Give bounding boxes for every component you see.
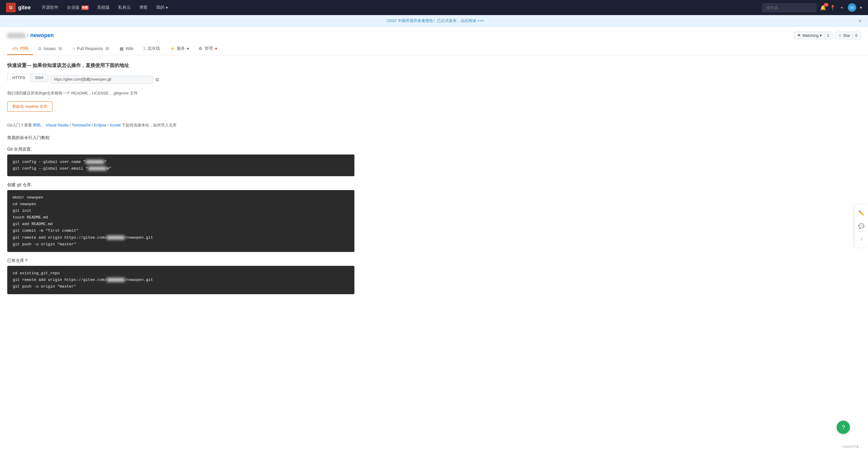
- username-blurred: [86, 160, 104, 164]
- watch-count: 1: [824, 33, 829, 38]
- eclipse-link[interactable]: Eclipse: [94, 123, 106, 127]
- help-button[interactable]: ?: [837, 421, 850, 434]
- email-blurred: [88, 167, 107, 170]
- navbar-right: 🔔 7 📍 ＋ W ▾: [762, 3, 862, 12]
- global-setup-header: 简易的命令行入门教程:: [7, 135, 354, 141]
- eye-icon: 👁: [797, 33, 801, 38]
- quick-setup-title: 快速设置— 如果你知道该怎么操作，直接使用下面的地址: [7, 62, 354, 69]
- repo-header: / newopen 👁 Watching ▾ 1 ☆ Star 0: [0, 27, 868, 55]
- repo-actions: 👁 Watching ▾ 1 ☆ Star 0: [794, 32, 861, 39]
- banner-close-icon[interactable]: ✕: [858, 18, 862, 24]
- enterprise-badge: 特惠: [82, 5, 89, 10]
- repo-url-input[interactable]: [51, 76, 153, 84]
- create-repo-title: 创建 git 仓库:: [7, 182, 354, 188]
- navbar: G gitee 开源软件 企业版 特惠 高校版 私有云 博客 我的 ▾ 🔔 7 …: [0, 0, 868, 15]
- copy-url-icon[interactable]: ⧉: [156, 77, 159, 82]
- existing-repo-title: 已有仓库？: [7, 258, 354, 263]
- tab-manage[interactable]: ⚙ 管理: [194, 43, 222, 55]
- edit-icon[interactable]: ✏️: [856, 207, 867, 218]
- arrow-up-icon[interactable]: ↑: [856, 234, 867, 245]
- gitee-logo-icon: G: [6, 3, 16, 12]
- tab-services[interactable]: ⚡ 服务 ▾: [165, 43, 194, 55]
- username-blurred2: [107, 236, 125, 239]
- page-footer: GiteeICP备...: [836, 442, 868, 452]
- chevron-down-icon: ▾: [166, 5, 168, 10]
- tab-wiki[interactable]: ▦ Wiki: [115, 43, 138, 55]
- code-icon: </>: [12, 46, 18, 51]
- url-row: ⧉: [51, 76, 159, 84]
- page-container: / newopen 👁 Watching ▾ 1 ☆ Star 0: [0, 27, 868, 452]
- protocol-ssh[interactable]: SSH: [30, 74, 49, 82]
- watch-button[interactable]: 👁 Watching ▾ 1: [794, 32, 832, 39]
- services-icon: ⚡: [170, 46, 175, 51]
- issues-count: 0: [58, 47, 63, 51]
- star-button[interactable]: ☆ Star 0: [835, 32, 861, 39]
- global-config-code: git config --global user.name " " git co…: [7, 154, 354, 176]
- nav-blog[interactable]: 博客: [135, 3, 151, 12]
- location-icon[interactable]: 📍: [830, 5, 836, 10]
- tab-issues[interactable]: ⊙ Issues 0: [33, 43, 68, 55]
- help-link[interactable]: 帮助: [33, 123, 41, 127]
- username-blurred3: [107, 278, 125, 282]
- tortoisegit-link[interactable]: TortoiseGit: [72, 123, 90, 127]
- protocol-tabs: HTTPS SSH: [7, 74, 48, 82]
- wiki-icon: ▦: [120, 46, 124, 51]
- existing-repo-code: cd existing_git_repo git remote add orig…: [7, 266, 354, 294]
- nav-private-cloud[interactable]: 私有云: [115, 3, 134, 12]
- xcode-link[interactable]: Xcode: [110, 123, 121, 127]
- git-help: Git入门？查看 帮助、 Visual Studio / TortoiseGit…: [7, 122, 354, 128]
- chevron-down-icon: ▾: [820, 33, 822, 38]
- repo-owner-blurred: [7, 33, 25, 38]
- right-sidebar: ✏️ 💬 ↑: [855, 205, 868, 247]
- repo-title: / newopen: [7, 32, 54, 38]
- footer-text: GiteeICP备...: [842, 445, 862, 448]
- pr-icon: ⑂: [73, 46, 75, 51]
- protocol-https[interactable]: HTTPS: [7, 74, 30, 82]
- readme-suggestion: 我们强烈建议所有的git仓库都有一个 README，LICENSE，.gitig…: [7, 90, 354, 96]
- avatar-dropdown[interactable]: ▾: [860, 5, 862, 10]
- visual-studio-link[interactable]: Visual Studio: [46, 123, 69, 127]
- tab-pipeline[interactable]: ⑄ 流水线: [138, 43, 165, 55]
- user-avatar[interactable]: W: [848, 3, 856, 12]
- watch-label: Watching: [802, 33, 818, 38]
- repo-title-row: / newopen 👁 Watching ▾ 1 ☆ Star 0: [7, 32, 861, 39]
- create-repo-code: mkdir newopen cd newopen git init touch …: [7, 190, 354, 252]
- repo-tabs: </> 代码 ⊙ Issues 0 ⑂ Pull Requests 0 ▦ Wi…: [7, 43, 861, 55]
- pipeline-icon: ⑄: [143, 46, 146, 51]
- notification-count: 7: [824, 3, 829, 7]
- tab-code[interactable]: </> 代码: [7, 43, 33, 55]
- pr-count: 0: [104, 47, 110, 51]
- announcement-link[interactable]: 《2022 中国开源开发者报告》已正式发布，点此阅读 >>>: [384, 19, 484, 23]
- repo-owner: [7, 32, 25, 38]
- brand-name: gitee: [18, 4, 31, 11]
- manage-dot: [215, 48, 217, 50]
- global-config-title: Git 全局设置:: [7, 147, 354, 152]
- add-icon[interactable]: ＋: [839, 4, 844, 11]
- nav-mine[interactable]: 我的 ▾: [153, 3, 172, 12]
- repo-slash: /: [27, 33, 28, 38]
- navbar-nav: 开源软件 企业版 特惠 高校版 私有云 博客 我的 ▾: [38, 3, 755, 12]
- message-icon[interactable]: 💬: [856, 221, 867, 231]
- manage-icon: ⚙: [198, 46, 203, 51]
- search-input[interactable]: [762, 3, 816, 12]
- chevron-down-icon: ▾: [187, 46, 189, 51]
- init-readme-button[interactable]: 初始化 readme 文件: [7, 102, 53, 112]
- star-icon: ☆: [838, 33, 842, 38]
- star-label: Star: [843, 33, 850, 38]
- navbar-brand[interactable]: G gitee: [6, 3, 31, 12]
- nav-open-source[interactable]: 开源软件: [38, 3, 62, 12]
- star-count: 0: [852, 33, 858, 38]
- main-content: 快速设置— 如果你知道该怎么操作，直接使用下面的地址 HTTPS SSH ⧉ 我…: [0, 55, 362, 304]
- repo-name[interactable]: newopen: [30, 32, 54, 38]
- notification-icon[interactable]: 🔔 7: [820, 5, 826, 10]
- announcement-banner: 《2022 中国开源开发者报告》已正式发布，点此阅读 >>> ✕: [0, 15, 868, 27]
- nav-university[interactable]: 高校版: [93, 3, 113, 12]
- nav-enterprise[interactable]: 企业版 特惠: [63, 3, 92, 12]
- issues-icon: ⊙: [38, 46, 41, 51]
- protocol-url-row: HTTPS SSH ⧉: [7, 74, 354, 85]
- tab-pull-requests[interactable]: ⑂ Pull Requests 0: [68, 43, 115, 55]
